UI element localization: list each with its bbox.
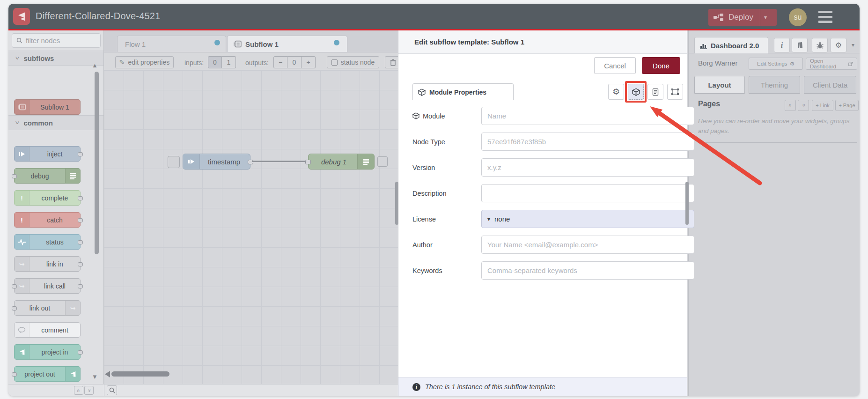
canvas-scroll-left-arrow[interactable] <box>105 371 110 377</box>
edit-subflow-dialog: Edit subflow template: Subflow 1 Cancel … <box>398 30 687 396</box>
status-node-checkbox[interactable]: status node <box>327 56 379 68</box>
edit-properties-button[interactable]: ✎ edit properties <box>115 56 174 68</box>
palette-scrollbar-thumb[interactable] <box>95 72 99 254</box>
category-subflows[interactable]: > subflows <box>8 51 103 66</box>
chevron-down-icon: > <box>14 121 22 124</box>
open-dashboard-button[interactable]: Open Dashboard <box>806 58 857 70</box>
dialog-left-resize-handle[interactable] <box>395 182 398 225</box>
output-port <box>78 284 83 288</box>
workspace-tab-bar: Flow 1 Subflow 1 <box>104 30 398 52</box>
keywords-input[interactable] <box>481 261 694 280</box>
keywords-label: Keywords <box>412 261 442 280</box>
book-icon <box>796 42 803 49</box>
palette-node-subflow-1[interactable]: Subflow 1 <box>14 99 81 115</box>
wire-connection[interactable] <box>252 161 309 162</box>
appearance-tab-button[interactable] <box>667 84 683 100</box>
palette-node-link-call[interactable]: ↪ link call <box>14 278 81 294</box>
debug-tab-button[interactable] <box>812 38 828 52</box>
cancel-button[interactable]: Cancel <box>594 57 636 74</box>
palette-node-complete[interactable]: ! complete <box>14 190 81 206</box>
palette-node-link-out[interactable]: ↪ link out <box>14 300 81 316</box>
dashboard-tab-layout[interactable]: Layout <box>694 76 745 94</box>
info-tab-button[interactable]: i <box>774 38 790 52</box>
cube-icon <box>412 112 419 119</box>
module-input[interactable] <box>481 107 694 125</box>
done-button[interactable]: Done <box>642 57 680 74</box>
palette-node-debug[interactable]: debug <box>14 168 81 184</box>
palette-scroll-up[interactable]: ▲ <box>92 62 98 69</box>
node-type-input[interactable] <box>481 133 694 151</box>
outputs-decrease-button[interactable]: − <box>273 56 287 68</box>
help-tab-button[interactable] <box>792 38 808 52</box>
version-input[interactable] <box>481 158 694 177</box>
input-port[interactable] <box>305 160 311 164</box>
palette-node-project-in[interactable]: project in <box>14 344 81 360</box>
palette-node-project-out[interactable]: project out <box>14 366 81 382</box>
unsaved-changes-dot <box>334 40 339 45</box>
palette-node-link-in[interactable]: ↪ link in <box>14 256 81 272</box>
link-in-icon: ↪ <box>15 257 29 271</box>
bug-icon <box>817 42 824 49</box>
license-select[interactable]: ▾ none <box>481 210 694 228</box>
hamburger-icon <box>818 16 832 18</box>
delete-subflow-button[interactable] <box>385 56 398 68</box>
category-common[interactable]: > common <box>8 115 103 130</box>
settings-tab-button[interactable]: ⚙ <box>831 38 846 52</box>
input-port <box>12 306 17 310</box>
canvas-grid[interactable]: timestamp debug 1 <box>104 70 398 384</box>
palette-filter[interactable]: filter nodes <box>12 33 101 48</box>
dashboard-project-row: Borg Warner Edit Settings ⚙ Open Dashboa… <box>689 53 860 74</box>
user-avatar[interactable]: su <box>789 8 807 26</box>
palette-scroll-down[interactable]: ▼ <box>92 373 98 380</box>
deploy-options-caret[interactable]: ▾ <box>760 9 771 26</box>
sidebar-options-caret[interactable]: ▾ <box>852 42 854 48</box>
canvas-zoom-search-button[interactable] <box>107 385 117 395</box>
gear-icon: ⚙ <box>835 41 842 50</box>
add-page-button[interactable]: + Page <box>835 100 859 111</box>
inputs-toggle: 0 1 <box>208 56 236 68</box>
search-icon <box>16 37 22 44</box>
tab-flow-1[interactable]: Flow 1 <box>117 36 226 52</box>
appearance-icon <box>671 88 679 96</box>
edit-properties-tab-button[interactable]: ⚙ <box>608 84 624 100</box>
debug-enable-toggle[interactable] <box>377 156 388 167</box>
input-port <box>12 284 17 288</box>
description-input[interactable] <box>481 184 694 202</box>
flow-node-timestamp[interactable]: timestamp <box>183 154 250 170</box>
move-down-button[interactable]: « <box>798 100 809 111</box>
form-row-node-type: Node Type <box>412 133 680 151</box>
palette-node-catch[interactable]: ! catch <box>14 212 81 228</box>
sidebar-resize-handle[interactable] <box>685 182 689 225</box>
inject-icon <box>183 154 200 169</box>
collapse-all-categories-button[interactable]: « <box>74 386 83 395</box>
main-menu-button[interactable] <box>818 11 832 23</box>
inject-trigger-button[interactable] <box>168 156 180 168</box>
add-link-button[interactable]: + Link <box>812 100 833 111</box>
move-up-button[interactable]: « <box>785 100 796 111</box>
expand-all-categories-button[interactable]: « <box>84 386 94 395</box>
output-port <box>78 152 83 156</box>
output-port <box>78 262 83 266</box>
deploy-button[interactable]: Deploy ▾ <box>708 9 777 26</box>
edit-settings-button[interactable]: Edit Settings ⚙ <box>749 58 803 70</box>
author-input[interactable] <box>481 236 694 254</box>
sidebar-divider <box>705 142 857 143</box>
module-properties-tab-button[interactable] <box>628 84 644 100</box>
palette-node-inject[interactable]: inject <box>14 146 81 162</box>
palette-node-status[interactable]: status <box>14 234 81 250</box>
outputs-increase-button[interactable]: + <box>302 56 316 68</box>
inputs-option-0[interactable]: 0 <box>208 56 222 68</box>
palette-node-comment[interactable]: comment <box>14 322 81 338</box>
tab-module-properties[interactable]: Module Properties <box>412 83 514 100</box>
description-tab-button[interactable] <box>647 84 663 100</box>
dashboard-tab-client-data[interactable]: Client Data <box>804 76 856 94</box>
node-red-logo[interactable] <box>13 8 30 25</box>
palette-filter-placeholder: filter nodes <box>26 37 60 44</box>
license-label: License <box>412 210 436 228</box>
flow-node-debug-1[interactable]: debug 1 <box>308 154 375 170</box>
dashboard-tab-theming[interactable]: Theming <box>749 76 800 94</box>
canvas-hscrollbar-thumb[interactable] <box>111 371 169 377</box>
inputs-option-1[interactable]: 1 <box>222 56 236 68</box>
tab-subflow-1[interactable]: Subflow 1 <box>227 36 347 52</box>
sidebar-tab-dashboard[interactable]: Dashboard 2.0 <box>694 37 768 53</box>
